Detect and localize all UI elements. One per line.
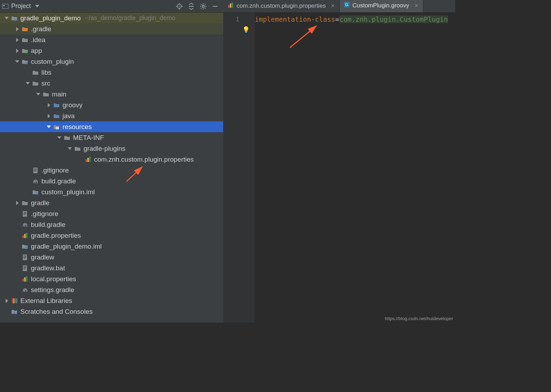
svg-rect-29 [34, 171, 36, 171]
tree-node[interactable]: main [0, 89, 223, 100]
tree-node-label: gradle-plugins [84, 145, 125, 153]
svg-text:G: G [345, 2, 348, 7]
tree-node-label: custom_plugin [31, 58, 74, 66]
tree-node[interactable]: app [0, 45, 223, 56]
tree-node[interactable]: java [0, 110, 223, 121]
expand-toggle[interactable] [15, 59, 20, 64]
svg-rect-38 [25, 247, 28, 249]
tree-node[interactable]: gradle.properties [0, 230, 223, 241]
svg-rect-27 [34, 169, 37, 169]
expand-toggle [4, 309, 9, 314]
resources-icon [53, 124, 60, 130]
expand-toggle[interactable] [46, 114, 51, 119]
expand-toggle[interactable] [57, 135, 62, 140]
tree-node[interactable]: gradlew.bat [0, 263, 223, 273]
tree-node[interactable]: .gitignore [0, 165, 223, 176]
svg-rect-33 [24, 213, 26, 214]
close-icon[interactable]: ✕ [414, 2, 419, 9]
chevron-right-icon [48, 114, 50, 118]
expand-toggle [25, 190, 30, 195]
tree-node[interactable]: custom_plugin.iml [0, 187, 223, 197]
expand-toggle[interactable] [15, 48, 20, 53]
expand-toggle[interactable] [15, 201, 20, 205]
tree-node[interactable]: groovy [0, 100, 223, 110]
code-area[interactable]: implementation-class=com.znh.plugin.Cust… [255, 13, 455, 323]
svg-rect-39 [23, 255, 27, 260]
project-view-selector[interactable]: Project [2, 2, 39, 10]
folder-icon [74, 146, 81, 152]
settings-button[interactable] [197, 0, 209, 12]
tree-node-label: Scratches and Consoles [20, 308, 93, 316]
tree-node[interactable]: settings.gradle [0, 284, 223, 295]
tree-node[interactable]: META-INF [0, 132, 223, 143]
chevron-right-icon [16, 49, 19, 53]
intention-bulb-icon[interactable]: 💡 [242, 26, 250, 33]
tree-node[interactable]: Scratches and Consoles [0, 306, 223, 317]
tree-node[interactable]: libs [0, 67, 223, 78]
chevron-right-icon [48, 103, 50, 107]
svg-rect-44 [24, 266, 26, 267]
expand-toggle [78, 157, 83, 162]
expand-toggle[interactable] [25, 81, 30, 86]
tree-node[interactable]: gradle-plugins [0, 143, 223, 154]
tree-node-label: resources [62, 123, 92, 131]
tree-node-label: gradle_plugin_demo.iml [31, 243, 102, 250]
module-icon [22, 243, 28, 250]
chevron-right-icon [16, 201, 19, 205]
elephant-icon [22, 222, 28, 228]
svg-rect-6 [189, 6, 194, 7]
tree-node[interactable]: build.gradle [0, 176, 223, 187]
expand-toggle[interactable] [15, 27, 20, 32]
tree-node[interactable]: resources [0, 121, 223, 132]
tree-node[interactable]: External Libraries [0, 295, 223, 306]
tree-node-label: gradlew.bat [31, 264, 65, 272]
svg-point-7 [202, 5, 204, 7]
txt-icon [32, 167, 39, 174]
expand-toggle[interactable] [15, 38, 20, 42]
expand-toggle[interactable] [36, 92, 41, 97]
hide-button[interactable] [209, 0, 221, 12]
tree-node[interactable]: .gitignore [0, 208, 223, 219]
tree-node[interactable]: gradlew [0, 252, 223, 263]
tree-node[interactable]: .idea [0, 34, 223, 45]
minimize-icon [212, 3, 219, 10]
svg-rect-16 [213, 6, 218, 7]
svg-rect-22 [56, 127, 57, 129]
svg-rect-37 [26, 233, 27, 238]
expand-toggle[interactable] [4, 16, 9, 21]
expand-toggle[interactable] [67, 146, 72, 151]
tree-node[interactable]: build.gradle [0, 219, 223, 230]
editor-tab[interactable]: com.znh.custom.plugin.properties✕ [223, 0, 340, 12]
collapse-all-button[interactable] [185, 0, 197, 12]
module-icon [32, 189, 39, 195]
svg-rect-20 [57, 127, 58, 129]
expand-toggle[interactable] [4, 298, 9, 303]
svg-rect-21 [58, 127, 59, 129]
editor-tab[interactable]: GCustomPlugin.groovy✕ [340, 0, 423, 12]
tree-node[interactable]: gradle [0, 197, 223, 208]
tree-node[interactable]: custom_plugin [0, 56, 223, 67]
elephant-icon [22, 287, 28, 293]
scratch-icon [11, 309, 18, 315]
tree-node[interactable]: local.properties [0, 273, 223, 284]
tree-node[interactable]: com.znh.custom.plugin.properties [0, 154, 223, 165]
locate-button[interactable] [173, 0, 185, 12]
chevron-right-icon [16, 27, 19, 31]
tree-node[interactable]: gradle_plugin_demo~/as_demo/gradle_plugi… [0, 13, 223, 23]
svg-rect-26 [33, 168, 38, 173]
expand-toggle [25, 168, 30, 173]
expand-toggle[interactable] [46, 103, 51, 108]
folder-icon [32, 80, 39, 87]
tree-node[interactable]: gradle_plugin_demo.iml [0, 241, 223, 252]
svg-point-18 [26, 51, 28, 53]
folder-orange-icon [22, 26, 28, 32]
close-icon[interactable]: ✕ [331, 3, 335, 9]
svg-rect-50 [12, 298, 13, 303]
expand-toggle [15, 288, 20, 292]
svg-rect-49 [26, 276, 27, 282]
tree-node[interactable]: src [0, 78, 223, 89]
editor-tab-bar: com.znh.custom.plugin.properties✕GCustom… [223, 0, 455, 13]
expand-toggle[interactable] [46, 124, 51, 129]
project-tree[interactable]: gradle_plugin_demo~/as_demo/gradle_plugi… [0, 13, 223, 323]
tree-node[interactable]: .gradle [0, 23, 223, 34]
